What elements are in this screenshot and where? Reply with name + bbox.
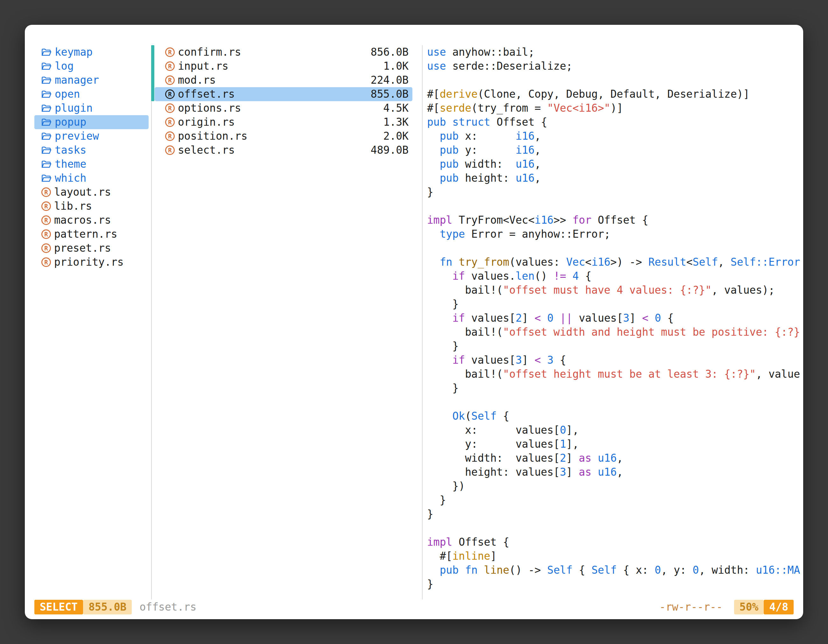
sidebar-item-label: open: [55, 87, 80, 101]
code-line: bail!("offset height must be at least 3:…: [427, 367, 803, 381]
code-line: impl TryFrom<Vec<i16>> for Offset {: [427, 213, 803, 227]
code-line: #[derive(Clone, Copy, Debug, Default, De…: [427, 87, 803, 101]
folder-open-icon: [41, 76, 52, 85]
rust-file-icon: R: [165, 89, 175, 99]
folder-open-icon: [41, 146, 52, 155]
file-name: input.rs: [178, 59, 229, 73]
rust-file-icon: R: [165, 47, 175, 57]
file-size: 855.0B: [371, 87, 409, 101]
sidebar-item-layout-rs[interactable]: Rlayout.rs: [34, 185, 149, 199]
sidebar-item-label: manager: [55, 73, 99, 87]
file-row-select-rs[interactable]: Rselect.rs489.0B: [155, 143, 412, 157]
sidebar-item-label: theme: [55, 157, 86, 171]
rust-file-icon: R: [41, 229, 51, 239]
code-line: [427, 241, 803, 255]
sidebar-item-preset-rs[interactable]: Rpreset.rs: [34, 241, 149, 255]
sidebar-item-priority-rs[interactable]: Rpriority.rs: [34, 255, 149, 269]
sidebar-item-theme[interactable]: theme: [34, 157, 149, 171]
file-name: select.rs: [178, 143, 235, 157]
folder-open-icon: [41, 118, 52, 127]
code-line: }: [427, 185, 803, 199]
code-line: [427, 199, 803, 213]
file-row-input-rs[interactable]: Rinput.rs1.0K: [155, 59, 412, 73]
main-area: keymaplogmanageropenpluginpopuppreviewta…: [25, 25, 803, 599]
sidebar-item-label: macros.rs: [54, 213, 111, 227]
sidebar-panel[interactable]: keymaplogmanageropenpluginpopuppreviewta…: [25, 45, 151, 599]
sidebar-item-which[interactable]: which: [34, 171, 149, 185]
folder-open-icon: [41, 90, 52, 99]
file-size: 1.0K: [383, 59, 409, 73]
file-name: options.rs: [178, 101, 241, 115]
sidebar-item-plugin[interactable]: plugin: [34, 101, 149, 115]
code-line: width: values[2] as u16,: [427, 451, 803, 465]
code-line: }: [427, 493, 803, 507]
sidebar-item-lib-rs[interactable]: Rlib.rs: [34, 199, 149, 213]
rust-file-icon: R: [165, 103, 175, 113]
file-size: 224.0B: [371, 73, 409, 87]
sidebar-item-label: keymap: [55, 45, 93, 59]
sidebar-item-preview[interactable]: preview: [34, 129, 149, 143]
file-size-badge: 855.0B: [83, 600, 132, 614]
code-line: [427, 73, 803, 87]
code-line: use anyhow::bail;: [427, 45, 803, 59]
rust-file-icon: R: [41, 243, 51, 253]
permissions-text: -rw-r--r--: [659, 600, 723, 614]
folder-open-icon: [41, 160, 52, 169]
rust-file-icon: R: [165, 61, 175, 71]
file-rows: Rconfirm.rs856.0BRinput.rs1.0KRmod.rs224…: [152, 45, 422, 157]
file-size: 1.3K: [383, 115, 409, 129]
code-line: if values[2] < 0 || values[3] < 0 {: [427, 311, 803, 325]
scroll-indicator: [151, 45, 154, 101]
code-line: type Error = anyhow::Error;: [427, 227, 803, 241]
code-line: pub width: u16,: [427, 157, 803, 171]
file-row-position-rs[interactable]: Rposition.rs2.0K: [155, 129, 412, 143]
code-line: fn try_from(values: Vec<i16>) -> Result<…: [427, 255, 803, 269]
mode-badge: SELECT: [34, 600, 83, 614]
file-size: 4.5K: [383, 101, 409, 115]
file-row-mod-rs[interactable]: Rmod.rs224.0B: [155, 73, 412, 87]
sidebar-item-label: tasks: [55, 143, 86, 157]
code-line: #[serde(try_from = "Vec<i16>")]: [427, 101, 803, 115]
sidebar-item-pattern-rs[interactable]: Rpattern.rs: [34, 227, 149, 241]
code-line: y: values[1],: [427, 437, 803, 451]
file-name: mod.rs: [178, 73, 216, 87]
code-line: impl Offset {: [427, 535, 803, 549]
preview-panel[interactable]: use anyhow::bail;use serde::Deserialize;…: [422, 45, 803, 599]
code-line: #[inline]: [427, 549, 803, 563]
folder-open-icon: [41, 48, 52, 56]
code-line: }): [427, 479, 803, 493]
sidebar-item-tasks[interactable]: tasks: [34, 143, 149, 157]
file-manager-window: keymaplogmanageropenpluginpopuppreviewta…: [25, 25, 803, 619]
rust-file-icon: R: [165, 75, 175, 85]
code-line: }: [427, 507, 803, 521]
code-line: if values[3] < 3 {: [427, 353, 803, 367]
sidebar-item-manager[interactable]: manager: [34, 73, 149, 87]
code-line: Ok(Self {: [427, 409, 803, 423]
sidebar-item-label: preview: [55, 129, 99, 143]
folder-open-icon: [41, 132, 52, 141]
statusbar: SELECT 855.0B offset.rs -rw-r--r-- 50% 4…: [25, 599, 803, 615]
sidebar-item-popup[interactable]: popup: [34, 115, 149, 129]
file-row-options-rs[interactable]: Roptions.rs4.5K: [155, 101, 412, 115]
code-line: pub height: u16,: [427, 171, 803, 185]
sidebar-item-log[interactable]: log: [34, 59, 149, 73]
sidebar-item-open[interactable]: open: [34, 87, 149, 101]
file-row-confirm-rs[interactable]: Rconfirm.rs856.0B: [155, 45, 412, 59]
sidebar-item-keymap[interactable]: keymap: [34, 45, 149, 59]
code-line: }: [427, 577, 803, 591]
file-list-panel[interactable]: Rconfirm.rs856.0BRinput.rs1.0KRmod.rs224…: [151, 45, 422, 599]
code-line: pub struct Offset {: [427, 115, 803, 129]
file-size: 856.0B: [371, 45, 409, 59]
file-name: origin.rs: [178, 115, 235, 129]
sidebar-item-macros-rs[interactable]: Rmacros.rs: [34, 213, 149, 227]
rust-file-icon: R: [165, 146, 175, 155]
file-row-origin-rs[interactable]: Rorigin.rs1.3K: [155, 115, 412, 129]
sidebar-item-label: lib.rs: [54, 199, 92, 213]
sidebar-item-label: log: [55, 59, 74, 73]
code-line: }: [427, 381, 803, 395]
sidebar-item-label: pattern.rs: [54, 227, 118, 241]
rust-file-icon: R: [41, 257, 51, 267]
file-row-offset-rs[interactable]: Roffset.rs855.0B: [155, 87, 412, 101]
code-line: if values.len() != 4 {: [427, 269, 803, 283]
folder-open-icon: [41, 62, 52, 71]
